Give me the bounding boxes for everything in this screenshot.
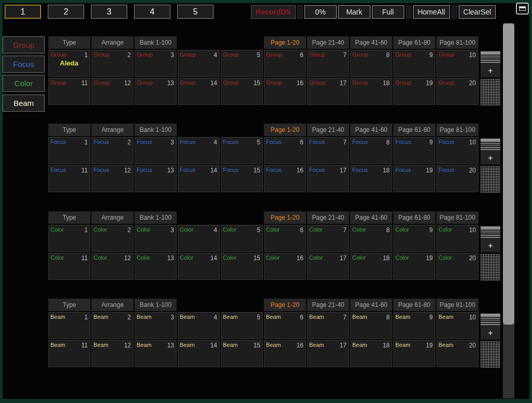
- palette-cell-beam-15[interactable]: Beam15: [221, 340, 263, 367]
- palette-cell-beam-8[interactable]: Beam8: [350, 312, 392, 339]
- bank-1-100-button[interactable]: Bank 1-100: [135, 211, 177, 224]
- palette-cell-focus-10[interactable]: Focus10: [436, 137, 478, 164]
- palette-cell-beam-11[interactable]: Beam11: [48, 340, 90, 367]
- arrange-list-icon[interactable]: +: [481, 226, 500, 252]
- palette-cell-focus-14[interactable]: Focus14: [178, 165, 220, 192]
- palette-cell-beam-3[interactable]: Beam3: [135, 312, 177, 339]
- arrange-button[interactable]: Arrange: [91, 299, 134, 311]
- palette-cell-focus-13[interactable]: Focus13: [135, 165, 177, 192]
- bank-1-100-button[interactable]: Bank 1-100: [135, 299, 177, 311]
- palette-cell-group-19[interactable]: Group19: [393, 78, 435, 105]
- palette-cell-beam-16[interactable]: Beam16: [264, 340, 306, 367]
- type-button[interactable]: Type: [48, 36, 90, 49]
- palette-cell-color-17[interactable]: Color17: [307, 253, 349, 280]
- palette-cell-beam-20[interactable]: Beam20: [436, 340, 478, 367]
- grid-view-icon[interactable]: [481, 341, 500, 368]
- page-61-80-tab[interactable]: Page 61-80: [393, 124, 435, 136]
- palette-cell-focus-2[interactable]: Focus2: [91, 137, 134, 164]
- arrange-button[interactable]: Arrange: [91, 36, 134, 49]
- palette-cell-group-3[interactable]: Group3: [135, 50, 177, 77]
- palette-cell-beam-9[interactable]: Beam9: [393, 312, 435, 339]
- palette-cell-color-3[interactable]: Color3: [135, 225, 177, 252]
- type-button[interactable]: Type: [48, 299, 90, 311]
- palette-cell-color-16[interactable]: Color16: [264, 253, 306, 280]
- page-61-80-tab[interactable]: Page 61-80: [393, 299, 435, 311]
- palette-cell-focus-18[interactable]: Focus18: [350, 165, 392, 192]
- type-button[interactable]: Type: [48, 211, 90, 224]
- palette-cell-focus-11[interactable]: Focus11: [48, 165, 90, 192]
- palette-cell-group-7[interactable]: Group7: [307, 50, 349, 77]
- palette-cell-beam-1[interactable]: Beam1: [48, 312, 90, 339]
- palette-cell-group-9[interactable]: Group9: [393, 50, 435, 77]
- palette-cell-group-10[interactable]: Group10: [436, 50, 478, 77]
- palette-cell-focus-4[interactable]: Focus4: [178, 137, 220, 164]
- palette-cell-group-18[interactable]: Group18: [350, 78, 392, 105]
- palette-cell-beam-17[interactable]: Beam17: [307, 340, 349, 367]
- sidebar-item-focus[interactable]: Focus: [3, 56, 45, 73]
- arrange-button[interactable]: Arrange: [91, 211, 134, 224]
- palette-cell-beam-18[interactable]: Beam18: [350, 340, 392, 367]
- page-1-20-tab[interactable]: Page 1-20: [264, 36, 306, 49]
- sidebar-item-beam[interactable]: Beam: [3, 95, 45, 112]
- page-1-20-tab[interactable]: Page 1-20: [264, 299, 306, 311]
- palette-cell-group-8[interactable]: Group8: [350, 50, 392, 77]
- palette-cell-group-14[interactable]: Group14: [178, 78, 220, 105]
- palette-cell-color-2[interactable]: Color2: [91, 225, 134, 252]
- page-21-40-tab[interactable]: Page 21-40: [307, 36, 349, 49]
- palette-cell-group-16[interactable]: Group16: [264, 78, 306, 105]
- full-button[interactable]: Full: [372, 5, 404, 19]
- palette-cell-color-19[interactable]: Color19: [393, 253, 435, 280]
- type-button[interactable]: Type: [48, 124, 90, 136]
- palette-cell-group-17[interactable]: Group17: [307, 78, 349, 105]
- palette-cell-color-12[interactable]: Color12: [91, 253, 134, 280]
- bank-1-100-button[interactable]: Bank 1-100: [135, 36, 177, 49]
- palette-cell-group-1[interactable]: Group1Aleda: [48, 50, 90, 77]
- palette-cell-beam-5[interactable]: Beam5: [221, 312, 263, 339]
- view-tab-4[interactable]: 4: [134, 5, 170, 19]
- page-41-60-tab[interactable]: Page 41-60: [350, 299, 392, 311]
- page-41-60-tab[interactable]: Page 41-60: [350, 124, 392, 136]
- palette-cell-focus-16[interactable]: Focus16: [264, 165, 306, 192]
- palette-cell-color-14[interactable]: Color14: [178, 253, 220, 280]
- grid-view-icon[interactable]: [481, 166, 500, 193]
- palette-cell-beam-7[interactable]: Beam7: [307, 312, 349, 339]
- palette-cell-color-20[interactable]: Color20: [436, 253, 478, 280]
- palette-cell-focus-7[interactable]: Focus7: [307, 137, 349, 164]
- palette-cell-focus-5[interactable]: Focus5: [221, 137, 263, 164]
- palette-cell-focus-1[interactable]: Focus1: [48, 137, 90, 164]
- page-61-80-tab[interactable]: Page 61-80: [393, 211, 435, 224]
- page-81-100-tab[interactable]: Page 81-100: [436, 124, 478, 136]
- palette-cell-color-8[interactable]: Color8: [350, 225, 392, 252]
- palette-cell-color-4[interactable]: Color4: [178, 225, 220, 252]
- palette-cell-group-13[interactable]: Group13: [135, 78, 177, 105]
- palette-cell-focus-8[interactable]: Focus8: [350, 137, 392, 164]
- view-tab-5[interactable]: 5: [177, 5, 214, 19]
- arrange-list-icon[interactable]: +: [481, 313, 500, 340]
- grid-view-icon[interactable]: [481, 79, 500, 105]
- palette-cell-focus-19[interactable]: Focus19: [393, 165, 435, 192]
- home-all-button[interactable]: HomeAll: [413, 5, 450, 19]
- page-1-20-tab[interactable]: Page 1-20: [264, 211, 306, 224]
- page-81-100-tab[interactable]: Page 81-100: [436, 36, 478, 49]
- palette-cell-focus-12[interactable]: Focus12: [91, 165, 134, 192]
- palette-cell-color-5[interactable]: Color5: [221, 225, 263, 252]
- palette-cell-focus-3[interactable]: Focus3: [135, 137, 177, 164]
- palette-cell-focus-17[interactable]: Focus17: [307, 165, 349, 192]
- palette-cell-group-6[interactable]: Group6: [264, 50, 306, 77]
- page-21-40-tab[interactable]: Page 21-40: [307, 124, 349, 136]
- palette-cell-beam-10[interactable]: Beam10: [436, 312, 478, 339]
- arrange-list-icon[interactable]: +: [481, 51, 500, 77]
- page-1-20-tab[interactable]: Page 1-20: [264, 124, 306, 136]
- page-21-40-tab[interactable]: Page 21-40: [307, 211, 349, 224]
- record-ds-button[interactable]: RecordDS: [251, 5, 296, 19]
- palette-cell-focus-15[interactable]: Focus15: [221, 165, 263, 192]
- palette-cell-beam-4[interactable]: Beam4: [178, 312, 220, 339]
- palette-cell-focus-6[interactable]: Focus6: [264, 137, 306, 164]
- palette-cell-beam-14[interactable]: Beam14: [178, 340, 220, 367]
- palette-cell-focus-20[interactable]: Focus20: [436, 165, 478, 192]
- view-tab-3[interactable]: 3: [91, 5, 127, 19]
- bank-1-100-button[interactable]: Bank 1-100: [135, 124, 177, 136]
- arrange-button[interactable]: Arrange: [91, 124, 134, 136]
- palette-cell-beam-6[interactable]: Beam6: [264, 312, 306, 339]
- arrange-list-icon[interactable]: +: [481, 138, 500, 165]
